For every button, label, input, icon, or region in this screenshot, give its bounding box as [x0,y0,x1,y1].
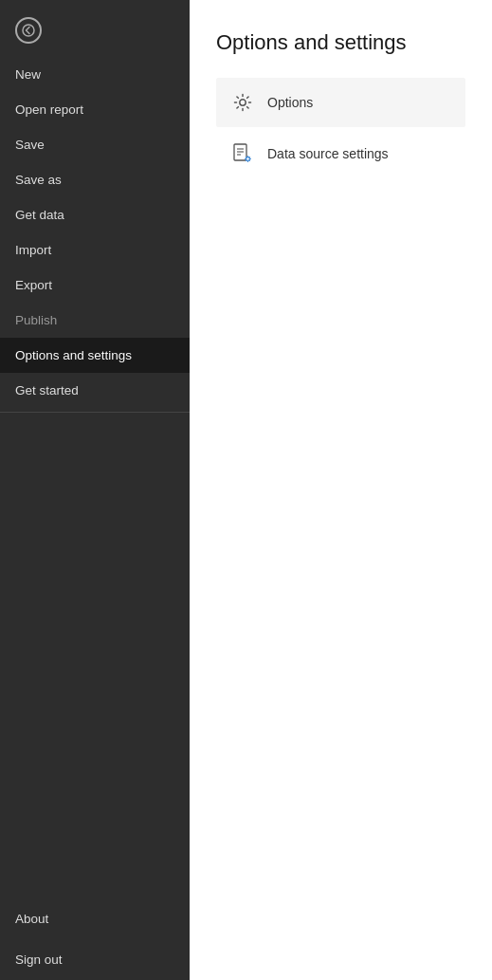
sidebar-item-get-started[interactable]: Get started [0,373,190,408]
svg-point-0 [23,25,34,36]
sidebar-item-save[interactable]: Save [0,127,190,162]
options-label: Options [267,95,313,110]
sidebar-item-export[interactable]: Export [0,268,190,303]
back-button-area[interactable] [0,0,190,53]
sidebar-item-about[interactable]: About [0,898,190,939]
datasource-icon [231,142,254,165]
settings-list: Options Data source settings [216,78,465,178]
sidebar-item-new[interactable]: New [0,57,190,92]
page-title: Options and settings [216,30,465,55]
sidebar-item-get-data[interactable]: Get data [0,197,190,232]
sidebar-nav: New Open report Save Save as Get data Im… [0,53,190,898]
sidebar-item-import[interactable]: Import [0,232,190,268]
sidebar-divider [0,412,190,413]
sidebar-item-options-and-settings[interactable]: Options and settings [0,338,190,373]
options-item[interactable]: Options [216,78,465,127]
sidebar-bottom: About Sign out [0,898,190,980]
gear-icon [231,91,254,114]
back-icon[interactable] [15,17,42,44]
sidebar-item-save-as[interactable]: Save as [0,162,190,197]
sidebar-item-sign-out[interactable]: Sign out [0,939,190,980]
sidebar: New Open report Save Save as Get data Im… [0,0,190,980]
sidebar-item-open-report[interactable]: Open report [0,92,190,127]
main-content: Options and settings Options [190,0,492,980]
sidebar-item-publish[interactable]: Publish [0,303,190,338]
svg-point-1 [240,100,246,105]
data-source-settings-item[interactable]: Data source settings [216,129,465,178]
data-source-settings-label: Data source settings [267,146,389,161]
